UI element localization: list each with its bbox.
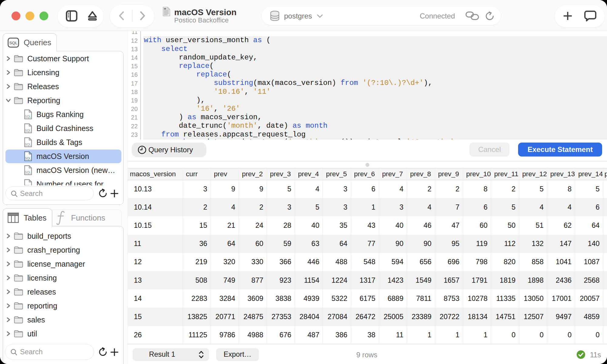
svg-text:SQL: SQL: [9, 41, 18, 45]
svg-text:SQL: SQL: [25, 185, 31, 185]
svg-text:SQL: SQL: [25, 171, 31, 174]
svg-text:SQL: SQL: [25, 115, 31, 118]
svg-text:SQL: SQL: [25, 143, 31, 146]
svg-text:SQL: SQL: [25, 129, 31, 132]
svg-text:SQL: SQL: [25, 157, 31, 160]
